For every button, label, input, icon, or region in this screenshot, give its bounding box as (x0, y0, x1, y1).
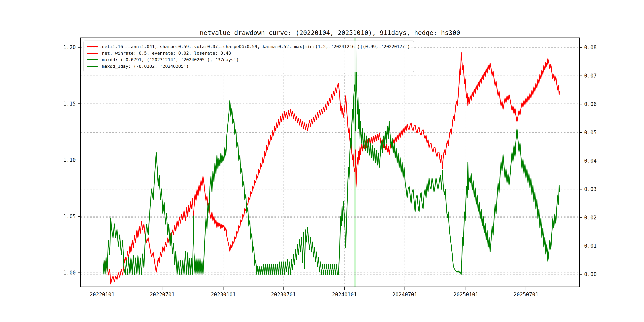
legend-swatch-net-stats (87, 53, 98, 54)
x-tick-label: 20220101 (90, 292, 114, 298)
x-tick-label: 20230101 (211, 292, 236, 298)
legend-item-net-stats: net, winrate: 0.5, evenrate: 0.02, loser… (87, 50, 410, 56)
y-right-tick-label: 0.08 (584, 44, 597, 50)
x-tick-label: 20250701 (514, 292, 538, 298)
y-left-tick-label: 1.00 (63, 270, 76, 276)
legend-label-maxdd_1day: maxdd_1day: (-0.0302, '20240205') (102, 64, 189, 69)
matplotlib-figure: 2022010120220701202301012023070120240101… (0, 0, 644, 322)
y-right-tick-label: 0.07 (584, 73, 597, 79)
x-tick-label: 20220701 (150, 292, 174, 298)
legend-item-maxdd_1day: maxdd_1day: (-0.0302, '20240205') (87, 63, 410, 70)
x-tick-label: 20240701 (392, 292, 417, 298)
y-left-tick-label: 1.05 (63, 214, 76, 220)
y-left-tick-label: 1.10 (63, 157, 76, 163)
legend-label-net-stats: net, winrate: 0.5, evenrate: 0.02, loser… (102, 51, 231, 56)
y-left-tick-label: 1.20 (63, 44, 76, 50)
legend-label-maxdd: maxdd: (-0.0791, ('20231214', '20240205'… (102, 57, 239, 62)
y-right-tick-label: 0.02 (584, 215, 597, 221)
drawdown-line (103, 50, 560, 274)
x-tick-label: 20250101 (454, 292, 478, 298)
y-right-tick-label: 0.01 (584, 243, 597, 249)
y-right-tick-label: 0.06 (584, 101, 597, 107)
x-tick-label: 20240101 (332, 292, 357, 298)
chart-title: netvalue drawdown curve: (20220104, 2025… (200, 29, 460, 36)
legend-swatch-maxdd_1day (87, 66, 98, 67)
x-tick-label: 20230701 (271, 292, 296, 298)
y-right-tick-label: 0.04 (584, 158, 597, 164)
chart-legend: net:1.16 | ann:1.041, sharpe:0.59, vola:… (84, 40, 414, 72)
y-right-tick-label: 0.03 (584, 186, 597, 192)
legend-item-net: net:1.16 | ann:1.041, sharpe:0.59, vola:… (87, 43, 410, 50)
legend-label-net: net:1.16 | ann:1.041, sharpe:0.59, vola:… (102, 44, 410, 49)
y-right-tick-label: 0.00 (584, 271, 597, 277)
net-line (103, 52, 560, 284)
legend-swatch-maxdd (87, 59, 98, 60)
legend-swatch-net (87, 46, 98, 47)
y-right-tick-label: 0.05 (584, 130, 597, 136)
legend-item-maxdd: maxdd: (-0.0791, ('20231214', '20240205'… (87, 56, 410, 63)
y-left-tick-label: 1.15 (63, 101, 76, 107)
